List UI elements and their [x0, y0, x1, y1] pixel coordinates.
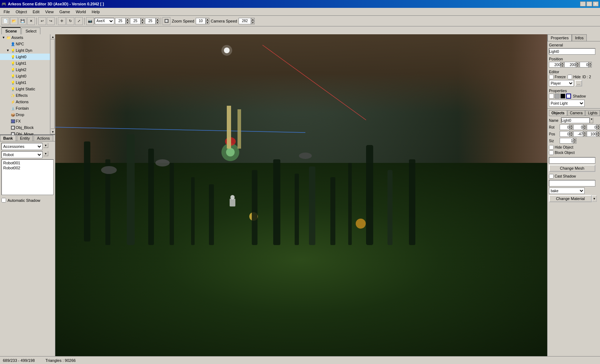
camera-arrows[interactable]: ▲ ▼ [251, 18, 255, 24]
color3[interactable] [560, 94, 565, 99]
player-select[interactable]: Player [549, 80, 574, 86]
zoom-down[interactable]: ▼ [206, 21, 209, 24]
obj-pos-x-input[interactable] [560, 131, 570, 137]
pos-y-arrows[interactable]: ▲ ▼ [576, 62, 579, 68]
material-arrow[interactable]: ▼ [592, 195, 597, 202]
tab-entity[interactable]: Entity [17, 135, 33, 141]
scene-tree[interactable]: ▼ 📁 Assets 👤 NPC ▼ 💡 Light Dyn [0, 34, 50, 135]
tree-node-fontain[interactable]: ⛲ Fontain [0, 105, 50, 111]
color4[interactable] [566, 94, 571, 99]
robot001-item[interactable]: Robot001 [2, 160, 52, 165]
tree-node-drop[interactable]: 📦 Drop [0, 111, 50, 118]
x-down[interactable]: ▼ [126, 21, 129, 24]
x-input[interactable] [115, 18, 126, 24]
color2[interactable] [555, 94, 560, 99]
redo-button[interactable]: ↪ [47, 17, 55, 25]
z-down[interactable]: ▼ [156, 21, 159, 24]
category-arrow[interactable]: ▼ [43, 143, 48, 148]
z-arrows[interactable]: ▲ ▼ [156, 18, 159, 24]
obj-pos-y-input[interactable] [573, 131, 583, 137]
obj-pos-z-spin[interactable]: ▲ ▼ [587, 131, 600, 137]
viewport[interactable] [55, 34, 547, 356]
y-spin[interactable]: ▲ ▼ [130, 18, 144, 24]
y-input[interactable] [130, 18, 141, 24]
z-input[interactable] [145, 18, 156, 24]
entity-list[interactable]: Robot001 Robot002 [1, 159, 54, 195]
move-button[interactable]: ✛ [58, 17, 66, 25]
obj-pos-z-input[interactable] [587, 131, 597, 137]
tree-node-lightdyn[interactable]: ▼ 💡 Light Dyn [0, 47, 50, 54]
light-type-select[interactable]: Point Light [549, 100, 585, 107]
change-material-button[interactable]: Change Material [549, 195, 592, 202]
tab-actions-bottom[interactable]: Actions [34, 135, 53, 141]
automatic-shadow-checkbox[interactable] [1, 198, 6, 203]
general-name-input[interactable] [549, 48, 595, 55]
z-spin[interactable]: ▲ ▼ [145, 18, 159, 24]
y-down[interactable]: ▼ [141, 21, 144, 24]
material-name-input[interactable] [549, 180, 595, 186]
zoom-up[interactable]: ▲ [206, 18, 209, 21]
obj-pos-y-spin[interactable]: ▲ ▼ [573, 131, 586, 137]
camera-button[interactable]: 📷 [86, 17, 94, 25]
viewport-canvas[interactable] [55, 34, 547, 356]
tree-scrollbar[interactable]: ▲ ▼ [50, 34, 55, 134]
tree-node-actions[interactable]: ⚡ Actions [0, 99, 50, 105]
hide-object-checkbox[interactable] [549, 145, 554, 150]
expand-lightdyn[interactable]: ▼ [6, 49, 10, 52]
close-button[interactable]: × [593, 1, 599, 6]
rot-y-input[interactable] [573, 124, 583, 130]
hide-checkbox[interactable] [568, 75, 572, 79]
x-arrows[interactable]: ▲ ▼ [126, 18, 129, 24]
menu-edit[interactable]: Edit [30, 9, 42, 15]
undo-button[interactable]: ↩ [38, 17, 46, 25]
pos-y-up[interactable]: ▲ [576, 62, 579, 65]
color1[interactable] [549, 94, 554, 99]
tree-node-light1a[interactable]: 💡 Light1 [0, 60, 50, 66]
pos-z-arrows[interactable]: ▲ ▼ [589, 62, 592, 68]
zoom-input[interactable] [196, 18, 206, 24]
cast-shadow-checkbox[interactable] [549, 174, 554, 179]
rot-y-arrows[interactable]: ▲ ▼ [583, 124, 586, 130]
size-arrows[interactable]: ▲ ▼ [573, 138, 576, 144]
tab-infos[interactable]: Infos [572, 34, 587, 41]
menu-file[interactable]: File [1, 9, 13, 15]
z-up[interactable]: ▲ [156, 18, 159, 21]
tree-node-npc[interactable]: 👤 NPC [0, 41, 50, 47]
tree-node-light0a[interactable]: 💡 Light0 [0, 54, 50, 60]
pos-z-spin[interactable]: ▲ ▼ [580, 62, 592, 68]
titlebar-controls[interactable]: _ □ × [580, 1, 599, 6]
category-select[interactable]: Accessories [1, 143, 42, 150]
snap-button[interactable]: 🔲 [162, 17, 170, 25]
tab-properties[interactable]: Properties [548, 34, 572, 41]
pos-z-up[interactable]: ▲ [589, 62, 592, 65]
pos-x-input[interactable] [549, 62, 561, 68]
tree-node-fx[interactable]: 🎆 FX [0, 118, 50, 124]
tab-objects[interactable]: Objects [549, 110, 567, 116]
x-spin[interactable]: ▲ ▼ [115, 18, 129, 24]
menu-view[interactable]: View [42, 9, 57, 15]
menu-object[interactable]: Object [13, 9, 30, 15]
tree-node-light2[interactable]: 💡 Light2 [0, 66, 50, 73]
tree-node-objmove[interactable]: 🔲 Obj_Move [0, 131, 50, 135]
pos-y-down[interactable]: ▼ [576, 65, 579, 68]
tree-node-effects[interactable]: ✨ Effects [0, 92, 50, 99]
zoom-arrows[interactable]: ▲ ▼ [206, 18, 209, 24]
obj-pos-x-arrows[interactable]: ▲ ▼ [570, 131, 573, 137]
tab-select[interactable]: Select [21, 28, 40, 34]
bake-select[interactable]: bake [549, 188, 585, 194]
block-object-checkbox[interactable] [549, 150, 554, 155]
rot-z-spin[interactable]: ▲ ▼ [587, 124, 600, 130]
tree-node-objblock[interactable]: 🔲 Obj_Block [0, 124, 50, 131]
change-mesh-button[interactable]: Change Mesh [549, 165, 595, 172]
size-input[interactable] [560, 138, 573, 144]
maximize-button[interactable]: □ [586, 1, 592, 6]
y-arrows[interactable]: ▲ ▼ [141, 18, 144, 24]
tree-node-light1b[interactable]: 💡 Light1 [0, 79, 50, 86]
zoom-spin[interactable]: ▲ ▼ [196, 18, 209, 24]
scale-button[interactable]: ⤢ [75, 17, 83, 25]
player-button[interactable]: … [575, 80, 582, 86]
scroll-up-arrow[interactable]: ▲ [50, 34, 55, 39]
camera-down[interactable]: ▼ [251, 21, 255, 24]
camera-input[interactable] [239, 18, 251, 24]
open-button[interactable]: 📂 [10, 17, 18, 25]
